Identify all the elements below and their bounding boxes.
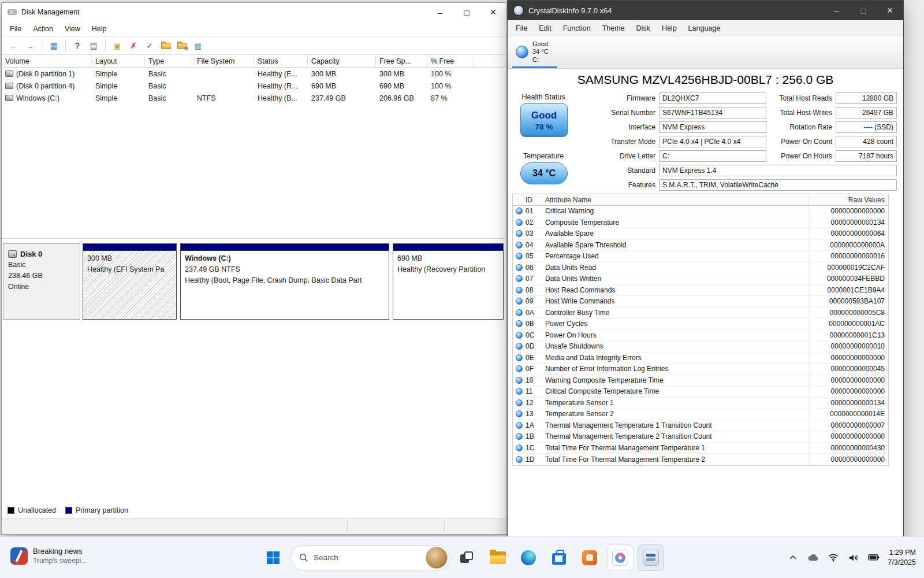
header-volume[interactable]: Volume: [2, 55, 92, 67]
properties-icon[interactable]: ▥: [192, 39, 204, 52]
search-box[interactable]: Search: [290, 545, 450, 570]
delete-volume-icon[interactable]: ✗: [127, 39, 140, 52]
smart-row[interactable]: 08 Host Read Commands 0000001CE1B9A4: [513, 285, 888, 297]
menu-item[interactable]: File: [510, 22, 533, 35]
smart-header-raw[interactable]: Raw Values: [808, 194, 888, 205]
smart-name: Media and Data Integrity Errors: [544, 354, 808, 362]
minimize-button[interactable]: –: [427, 3, 453, 21]
header-capacity[interactable]: Capacity: [308, 55, 376, 67]
smart-row[interactable]: 04 Available Spare Threshold 00000000000…: [513, 240, 888, 251]
health-status-button[interactable]: Good 78 %: [520, 103, 568, 137]
disk0-info-panel[interactable]: Disk 0 Basic 238.46 GB Online: [3, 243, 80, 320]
menu-item[interactable]: File: [4, 23, 27, 35]
smart-row[interactable]: 02 Composite Temperature 00000000000134: [513, 217, 888, 229]
smart-header-id[interactable]: ID: [526, 196, 544, 204]
field-label: Features: [573, 181, 659, 189]
microsoft-store-button[interactable]: [546, 544, 572, 571]
smart-row[interactable]: 10 Warning Composite Temperature Time 00…: [513, 375, 888, 387]
field-transfer-mode: Transfer Mode PCIe 4.0 x4 | PCIe 4.0 x4: [573, 135, 766, 147]
menu-item[interactable]: Action: [27, 23, 59, 35]
widgets-button[interactable]: Breaking news Trump's sweepi...: [6, 544, 91, 568]
partition-efi-system[interactable]: 300 MB Healthy (EFI System Pa: [83, 243, 177, 320]
menu-item[interactable]: Function: [557, 22, 597, 35]
dm-titlebar[interactable]: Disk Management – □ ×: [2, 3, 506, 21]
smart-row[interactable]: 03 Available Spare 00000000000064: [513, 228, 888, 240]
menu-item[interactable]: Help: [656, 22, 683, 35]
disk-management-taskbar-button[interactable]: [638, 544, 664, 571]
folder-search-icon[interactable]: ⊙: [176, 39, 188, 52]
header-layout[interactable]: Layout: [92, 55, 145, 67]
action-menu-icon[interactable]: ▣: [111, 39, 124, 52]
smart-row[interactable]: 1A Thermal Management Temperature 1 Tran…: [513, 420, 888, 432]
menu-item[interactable]: Disk: [631, 22, 656, 35]
crystaldiskinfo-taskbar-button[interactable]: [607, 544, 634, 571]
field-value: S67WNF1TB45134: [659, 107, 766, 118]
back-icon[interactable]: ←: [8, 39, 20, 52]
smart-id: 0F: [526, 365, 544, 373]
start-button[interactable]: [260, 544, 286, 571]
onedrive-icon[interactable]: [807, 550, 819, 565]
menu-item[interactable]: View: [59, 23, 86, 35]
legend-item: Unallocated: [8, 506, 56, 514]
header-file-system[interactable]: File System: [193, 55, 254, 67]
smart-row[interactable]: 0B Power Cycles 000000000001AC: [513, 318, 888, 330]
smart-row[interactable]: 01 Critical Warning 00000000000000: [513, 206, 888, 217]
file-explorer-button[interactable]: [485, 544, 511, 571]
dm-toolbar: ← → ▦ ? ▤ ▣ ✗ ✓ ↑ ⊙ ▥: [2, 36, 506, 55]
maximize-button[interactable]: □: [453, 3, 480, 21]
partition-recovery[interactable]: 690 MB Healthy (Recovery Partition: [393, 243, 504, 320]
volume-icon[interactable]: [847, 550, 860, 565]
smart-row[interactable]: 0E Media and Data Integrity Errors 00000…: [513, 353, 888, 364]
temperature-button[interactable]: 34 °C: [520, 162, 568, 184]
details-pane-icon[interactable]: ▤: [87, 39, 100, 52]
menu-item[interactable]: Theme: [597, 22, 631, 35]
cdi-titlebar[interactable]: CrystalDiskInfo 9.7.0 x64 – □ ×: [508, 1, 903, 20]
smart-row[interactable]: 1D Total Time For Thermal Management Tem…: [513, 454, 888, 465]
app-orange-button[interactable]: [576, 544, 603, 571]
partition-windows-c[interactable]: Windows (C:) 237.49 GB NTFS Healthy (Boo…: [180, 243, 389, 320]
smart-row[interactable]: 11 Critical Composite Temperature Time 0…: [513, 386, 888, 398]
check-icon[interactable]: ✓: [143, 39, 156, 52]
header-type[interactable]: Type: [145, 55, 193, 67]
volume-row[interactable]: Windows (C:) Simple Basic NTFS Healthy (…: [2, 92, 506, 104]
menu-item[interactable]: Language: [683, 22, 726, 35]
tray-chevron-up-icon[interactable]: [787, 550, 799, 565]
help-icon[interactable]: ?: [71, 39, 84, 52]
console-tree-icon[interactable]: ▦: [47, 39, 60, 52]
volume-row[interactable]: (Disk 0 partition 4) Simple Basic Health…: [2, 80, 506, 92]
drive-tab-c[interactable]: Good 34 °C C:: [512, 36, 557, 68]
close-button[interactable]: ×: [480, 3, 506, 21]
minimize-button[interactable]: –: [824, 1, 850, 20]
smart-row[interactable]: 12 Temperature Sensor 1 00000000000134: [513, 398, 888, 409]
search-highlight-image[interactable]: [426, 547, 448, 569]
smart-row[interactable]: 0F Number of Error Information Log Entri…: [513, 364, 888, 375]
smart-header-name[interactable]: Attribute Name: [544, 196, 808, 204]
maximize-button[interactable]: □: [850, 1, 877, 20]
edge-browser-button[interactable]: [515, 544, 542, 571]
smart-row[interactable]: 13 Temperature Sensor 2 0000000000014E: [513, 409, 888, 420]
header-status[interactable]: Status: [254, 55, 308, 67]
task-view-button[interactable]: [454, 544, 480, 571]
smart-row[interactable]: 07 Data Units Written 000000034FEBBD: [513, 273, 888, 285]
header-pct-free[interactable]: % Free: [427, 55, 472, 67]
smart-row[interactable]: 0A Controller Busy Time 000000000005C8: [513, 307, 888, 319]
smart-row[interactable]: 06 Data Units Read 000000019C2CAF: [513, 262, 888, 274]
taskbar-center: Search: [260, 537, 664, 578]
header-free-space[interactable]: Free Sp...: [376, 55, 427, 67]
battery-icon[interactable]: [867, 550, 880, 565]
smart-row[interactable]: 0D Unsafe Shutdowns 00000000000010: [513, 341, 888, 353]
smart-row[interactable]: 09 Host Write Commands 000000593BA107: [513, 296, 888, 307]
clock[interactable]: 1:29 PM 7/3/2025: [888, 548, 916, 568]
smart-name: Warning Composite Temperature Time: [544, 376, 808, 384]
smart-row[interactable]: 05 Percentage Used 00000000000016: [513, 251, 888, 262]
close-button[interactable]: ×: [877, 1, 903, 20]
folder-up-icon[interactable]: ↑: [159, 39, 172, 52]
smart-row[interactable]: 0C Power On Hours 00000000001C13: [513, 330, 888, 342]
forward-icon[interactable]: →: [24, 39, 36, 52]
volume-row[interactable]: (Disk 0 partition 1) Simple Basic Health…: [2, 68, 506, 80]
menu-item[interactable]: Edit: [533, 22, 557, 35]
smart-row[interactable]: 1B Thermal Management Temperature 2 Tran…: [513, 431, 888, 443]
menu-item[interactable]: Help: [86, 23, 113, 35]
smart-row[interactable]: 1C Total Time For Thermal Management Tem…: [513, 443, 888, 454]
wifi-icon[interactable]: [827, 550, 840, 565]
